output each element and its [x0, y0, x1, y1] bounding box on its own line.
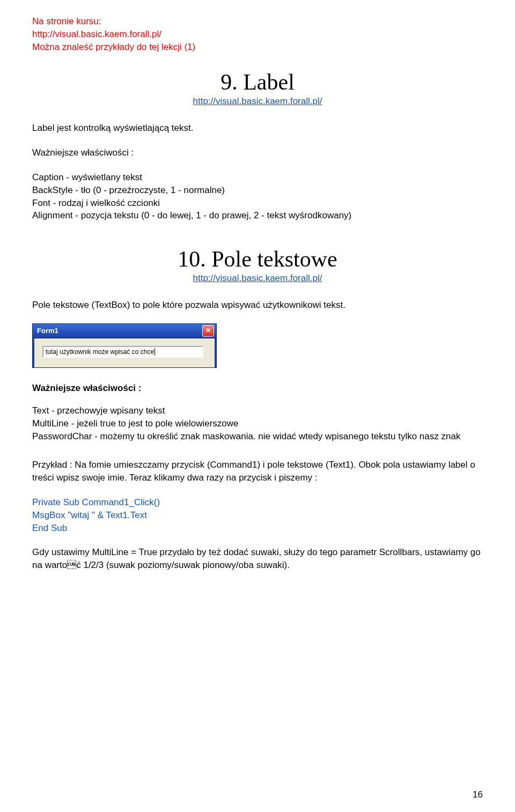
prop-backstyle: BackStyle - tło (0 - przeźroczyste, 1 - … [32, 184, 483, 197]
intro-line-1: Na stronie kursu: [32, 15, 483, 28]
code-line-1: Private Sub Command1_Click() [32, 496, 483, 509]
code-line-2: MsgBox "witaj " & Text1.Text [32, 509, 483, 522]
code-line-3: End Sub [32, 522, 483, 535]
page-number: 16 [473, 789, 483, 800]
window-titlebar[interactable]: Form1 ✕ [33, 324, 216, 338]
prop-alignment: Alignment - pozycja tekstu (0 - do lewej… [32, 209, 483, 222]
section-10-props-head: Ważniejsze właściwości : [32, 383, 483, 394]
window-form1: Form1 ✕ tutaj użytkownik może wpisać co … [32, 323, 217, 368]
section-9-link[interactable]: http://visual.basic.kaem.forall.pl/ [32, 96, 483, 107]
section-9-intro: Label jest kontrolką wyświetlającą tekst… [32, 122, 483, 135]
prop-caption: Caption - wyświetlany tekst [32, 171, 483, 184]
example-text: Przykład : Na fomie umieszczamy przycisk… [32, 459, 483, 484]
section-10-title: 10. Pole tekstowe [32, 246, 483, 272]
section-10-link[interactable]: http://visual.basic.kaem.forall.pl/ [32, 273, 483, 284]
prop-passwordchar: PasswordChar - możemy tu określić znak m… [32, 430, 483, 443]
form1-screenshot: Form1 ✕ tutaj użytkownik może wpisać co … [32, 323, 483, 368]
close-icon[interactable]: ✕ [202, 325, 214, 337]
section-9-title: 9. Label [32, 69, 483, 95]
prop-multiline: MultiLine - jeżeli true to jest to pole … [32, 417, 483, 430]
window-body: tutaj użytkownik może wpisać co chce [33, 338, 216, 367]
intro-line-3: Można znaleść przykłady do tej lekcji (1… [32, 41, 483, 54]
prop-font: Font - rodzaj i wielkość czcionki [32, 197, 483, 210]
section-10-intro: Pole tekstowe (TextBox) to pole które po… [32, 299, 483, 312]
intro-link[interactable]: http://visual.basic.kaem.forall.pl/ [32, 28, 483, 41]
section-9-props-head: Ważniejsze właściwości : [32, 146, 483, 159]
window-title: Form1 [37, 327, 58, 335]
textbox-value: tutaj użytkownik może wpisać co chce [46, 348, 154, 356]
text-cursor [154, 348, 155, 356]
textbox-input[interactable]: tutaj użytkownik może wpisać co chce [42, 346, 203, 358]
after-code-text: Gdy ustawimy MultiLine = True przydało b… [32, 546, 483, 572]
prop-text: Text - przechowyje wpisany tekst [32, 404, 483, 417]
